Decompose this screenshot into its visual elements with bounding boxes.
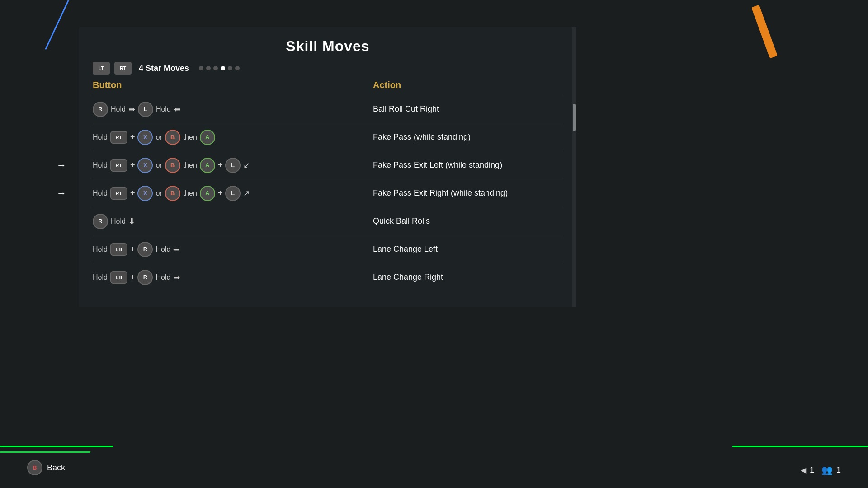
move-row-7: Hold LB + R Hold ➡ Lane Change Right — [93, 263, 563, 291]
a-badge-4: A — [200, 186, 215, 201]
move-button-col-4: Hold RT + X or B then A + L ↗ — [93, 182, 373, 205]
column-headers: Button Action — [79, 80, 576, 90]
r-badge-7: R — [137, 270, 153, 285]
move-button-col-3: Hold RT + X or B then A + L ↙ — [93, 154, 373, 177]
hold-text-3: Hold — [93, 161, 108, 169]
r-badge-6: R — [137, 242, 153, 257]
plus-4b: + — [218, 188, 223, 198]
dot-5 — [228, 66, 232, 70]
hold-text-4: Hold — [93, 189, 108, 197]
green-floor-line-left2 — [0, 451, 90, 453]
l-badge-1: L — [138, 102, 153, 117]
arrow-right-1: ➡ — [128, 104, 135, 114]
scrollbar[interactable] — [572, 27, 576, 307]
page-title: Skill Moves — [79, 27, 576, 62]
move-action-7: Lane Change Right — [373, 272, 563, 282]
move-button-col-2: Hold RT + X or B then A — [93, 126, 373, 149]
a-badge-2: A — [200, 130, 215, 145]
hold-text-5: Hold — [111, 217, 126, 225]
page-navigation: ◀ 1 — [801, 465, 814, 475]
row-arrow-left-3: → — [57, 160, 66, 171]
plus-3a: + — [130, 160, 135, 170]
move-row-4: → Hold RT + X or B then A + L ↗ Fake Pas… — [93, 179, 563, 207]
rt-badge-4: RT — [110, 187, 127, 200]
move-row-1: R Hold ➡ L Hold ⬅ Ball Roll Cut Right — [93, 95, 563, 123]
dot-6 — [235, 66, 240, 70]
dot-4-active — [221, 66, 225, 70]
green-floor-line-left — [0, 446, 113, 447]
arrow-left-1: ⬅ — [174, 104, 180, 114]
dot-3 — [213, 66, 218, 70]
then-text-2: then — [183, 133, 197, 141]
then-text-3: then — [183, 161, 197, 169]
action-column-header: Action — [373, 80, 563, 90]
r-badge-1: R — [93, 102, 108, 117]
user-count-container: 👥 1 — [821, 465, 841, 475]
orange-diagonal-rect — [751, 5, 778, 59]
lt-tab-button[interactable]: LT — [93, 62, 110, 75]
b-icon-label: B — [33, 465, 37, 471]
move-row-6: Hold LB + R Hold ⬅ Lane Change Left — [93, 235, 563, 263]
move-action-2: Fake Pass (while standing) — [373, 132, 563, 142]
back-button-container[interactable]: B Back — [27, 460, 65, 475]
dir-arrow-4: ↗ — [243, 188, 250, 198]
green-floor-line-right — [732, 446, 868, 447]
tab-label: 4 Star Moves — [139, 64, 189, 73]
move-action-1: Ball Roll Cut Right — [373, 104, 563, 114]
move-action-6: Lane Change Left — [373, 244, 563, 254]
x-badge-3: X — [137, 158, 153, 173]
back-button-icon: B — [27, 460, 42, 475]
b-badge-4: B — [165, 186, 180, 201]
bottom-right-info: ◀ 1 👥 1 — [801, 465, 841, 475]
l-badge-4: L — [225, 186, 241, 201]
r-badge-5: R — [93, 214, 108, 229]
rt-badge-2: RT — [110, 131, 127, 144]
user-count: 1 — [836, 465, 841, 475]
moves-list: R Hold ➡ L Hold ⬅ Ball Roll Cut Right Ho… — [79, 95, 576, 291]
plus-2a: + — [130, 132, 135, 142]
move-button-col-5: R Hold ⬇ — [93, 210, 373, 233]
blue-diagonal-line — [45, 0, 69, 50]
scrollbar-thumb[interactable] — [573, 104, 576, 131]
move-button-col-1: R Hold ➡ L Hold ⬅ — [93, 98, 373, 121]
arrow-right-7: ➡ — [173, 272, 180, 282]
lb-badge-7: LB — [110, 271, 127, 284]
hold-text-6b: Hold — [156, 245, 170, 253]
hold-text-7: Hold — [93, 273, 108, 282]
arrow-left-6: ⬅ — [173, 244, 180, 254]
move-row-3: → Hold RT + X or B then A + L ↙ Fake Pas… — [93, 151, 563, 179]
x-badge-4: X — [137, 186, 153, 201]
row-arrow-left-4: → — [57, 188, 66, 199]
plus-3b: + — [218, 160, 223, 170]
move-row-5: R Hold ⬇ Quick Ball Rolls — [93, 207, 563, 235]
hold-text-2: Hold — [93, 133, 108, 141]
dir-arrow-3: ↙ — [243, 160, 250, 170]
move-button-col-6: Hold LB + R Hold ⬅ — [93, 238, 373, 261]
then-text-4: then — [183, 189, 197, 197]
move-action-3: Fake Pass Exit Left (while standing) — [373, 160, 563, 170]
move-button-col-7: Hold LB + R Hold ➡ — [93, 266, 373, 289]
l-badge-3: L — [225, 158, 241, 173]
b-badge-3: B — [165, 158, 180, 173]
arrow-down-5: ⬇ — [128, 216, 135, 226]
a-badge-3: A — [200, 158, 215, 173]
rt-badge-3: RT — [110, 159, 127, 172]
main-panel: Skill Moves LT RT 4 Star Moves Button Ac… — [79, 27, 576, 307]
user-icon: 👥 — [821, 465, 833, 475]
back-label: Back — [47, 463, 65, 473]
move-action-5: Quick Ball Rolls — [373, 216, 563, 226]
or-text-3: or — [156, 161, 162, 169]
or-text-2: or — [156, 133, 162, 141]
button-column-header: Button — [93, 80, 373, 90]
dot-indicators — [199, 66, 240, 70]
b-badge-2: B — [165, 130, 180, 145]
hold-text-1b: Hold — [156, 105, 171, 113]
hold-text-6: Hold — [93, 245, 108, 253]
move-action-4: Fake Pass Exit Right (while standing) — [373, 188, 563, 198]
or-text-4: or — [156, 189, 162, 197]
hold-text-1: Hold — [111, 105, 126, 113]
rt-tab-button[interactable]: RT — [114, 62, 132, 75]
page-number: 1 — [810, 465, 814, 475]
plus-6: + — [130, 244, 135, 254]
move-row-2: Hold RT + X or B then A Fake Pass (while… — [93, 123, 563, 151]
